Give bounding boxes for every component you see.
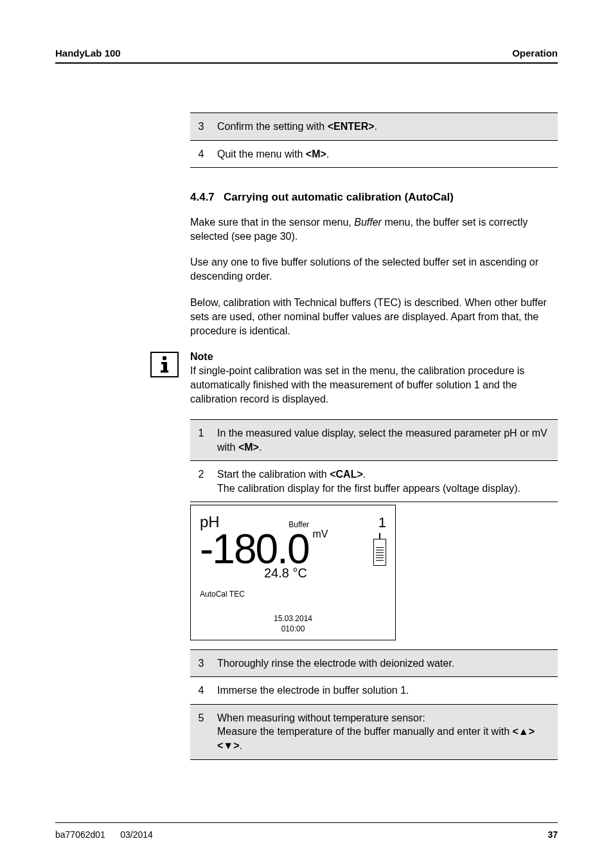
lcd-unit: mV xyxy=(312,529,328,540)
note-heading: Note xyxy=(190,350,558,364)
step-number: 4 xyxy=(190,677,212,704)
sensor-icon xyxy=(373,539,386,566)
header-left: HandyLab 100 xyxy=(55,48,121,59)
footer-docid: ba77062d01 xyxy=(55,829,105,840)
header-right: Operation xyxy=(512,48,558,59)
key-m: <M> xyxy=(306,149,326,159)
svg-rect-2 xyxy=(163,362,167,371)
key-cal: <CAL> xyxy=(330,469,363,480)
step-row: 5 When measuring without temperature sen… xyxy=(190,705,558,759)
step-number: 2 xyxy=(190,461,212,502)
step-number: 3 xyxy=(190,650,212,677)
paragraph: Make sure that in the sensor menu, Buffe… xyxy=(190,215,558,244)
paragraph: Use any one to five buffer solutions of … xyxy=(190,255,558,284)
step-number: 1 xyxy=(190,420,212,460)
step-row: 1 In the measured value display, select … xyxy=(190,420,558,460)
step-text: Immerse the electrode in buffer solution… xyxy=(212,677,558,704)
lcd-display: pH Buffer 1 -180.0 mV 24.8 °C AutoCal TE… xyxy=(190,505,396,640)
step-row: 3 Confirm the setting with <ENTER>. xyxy=(190,113,558,140)
step-text: In the measured value display, select th… xyxy=(212,420,558,460)
step-number: 3 xyxy=(190,113,212,140)
svg-rect-3 xyxy=(161,370,168,373)
step-row: 4 Quit the menu with <M>. xyxy=(190,141,558,168)
lcd-reading: -180.0 xyxy=(200,529,308,570)
key-m: <M> xyxy=(238,442,259,453)
note-block: Note If single-point calibration was set… xyxy=(150,350,558,406)
lcd-time: 010:00 xyxy=(200,624,386,635)
lcd-buffer-number: 1 xyxy=(378,514,386,531)
steps-block-b: 1 In the measured value display, select … xyxy=(190,419,558,502)
page-header: HandyLab 100 Operation xyxy=(55,48,558,59)
step-text: Quit the menu with <M>. xyxy=(212,141,558,168)
steps-block-a: 3 Confirm the setting with <ENTER>. 4 Qu… xyxy=(190,113,558,168)
step-row: 2 Start the calibration with <CAL>. The … xyxy=(190,461,558,502)
header-rule xyxy=(55,62,558,64)
step-number: 4 xyxy=(190,141,212,168)
lcd-mode: AutoCal TEC xyxy=(200,590,386,599)
step-number: 5 xyxy=(190,705,212,759)
svg-point-0 xyxy=(163,356,166,360)
steps-block-c: 3 Thoroughly rinse the electrode with de… xyxy=(190,649,558,760)
step-row: 4 Immerse the electrode in buffer soluti… xyxy=(190,677,558,704)
page-footer: ba77062d01 03/2014 37 xyxy=(55,822,558,840)
info-icon xyxy=(150,352,179,377)
footer-date: 03/2014 xyxy=(120,829,153,840)
step-text: When measuring without temperature senso… xyxy=(212,705,558,759)
paragraph: Below, calibration with Technical buffer… xyxy=(190,296,558,338)
step-text: Thoroughly rinse the electrode with deio… xyxy=(212,650,558,677)
page-number: 37 xyxy=(547,829,558,840)
key-enter: <ENTER> xyxy=(328,121,375,132)
section-heading: 4.4.7 Carrying out automatic calibration… xyxy=(190,191,558,204)
lcd-date: 15.03.2014 xyxy=(200,614,386,624)
step-row: 3 Thoroughly rinse the electrode with de… xyxy=(190,650,558,677)
step-text: Start the calibration with <CAL>. The ca… xyxy=(212,461,558,502)
step-text: Confirm the setting with <ENTER>. xyxy=(212,113,558,140)
lcd-temperature: 24.8 °C xyxy=(264,566,386,581)
note-body: If single-point calibration was set in t… xyxy=(190,364,558,406)
